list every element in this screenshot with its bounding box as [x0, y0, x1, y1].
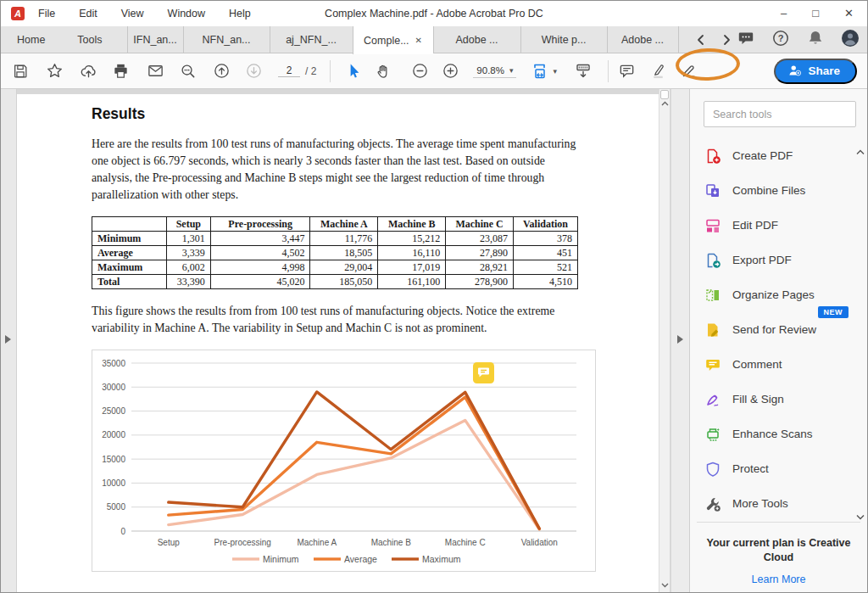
menu-help[interactable]: Help: [229, 8, 251, 20]
tool-item-enhance-scans[interactable]: Enhance Scans: [690, 417, 867, 451]
doc-paragraph-2: This figure shows the results from from …: [92, 303, 583, 337]
table-cell: 185,050: [310, 275, 378, 289]
star-favorites-icon[interactable]: [43, 60, 65, 82]
search-icon[interactable]: [176, 60, 198, 82]
svg-text:Validation: Validation: [521, 538, 558, 547]
doc-tab-label: NFN_an...: [203, 34, 251, 46]
zoom-in-icon[interactable]: [439, 60, 461, 82]
tool-item-protect[interactable]: Protect: [690, 451, 867, 486]
close-button[interactable]: ✕: [844, 1, 854, 26]
comment-tool-icon[interactable]: [615, 60, 637, 82]
fit-width-icon[interactable]: [529, 60, 551, 82]
doc-tab-6[interactable]: White p...: [520, 26, 607, 53]
results-table: SetupPre-processingMachine AMachine BMac…: [92, 216, 578, 289]
save-icon[interactable]: [9, 60, 31, 82]
tool-item-combine-files[interactable]: Combine Files: [690, 173, 867, 208]
menu-window[interactable]: Window: [168, 8, 205, 20]
next-tab-icon[interactable]: [716, 30, 737, 50]
sticky-note-annotation-icon[interactable]: [472, 361, 495, 384]
expand-tools-pane-icon[interactable]: [677, 335, 683, 344]
document-scrollbar[interactable]: [659, 89, 670, 593]
user-avatar[interactable]: [841, 29, 860, 50]
tool-label: Create PDF: [732, 149, 793, 162]
share-person-icon: [787, 64, 802, 78]
cloud-upload-icon[interactable]: [77, 60, 99, 82]
doc-tab-2[interactable]: NFN_an...: [183, 26, 270, 53]
next-page-icon[interactable]: [242, 60, 264, 82]
document-area: Results Here are the results from 100 te…: [17, 89, 670, 593]
panel-scroll-up-icon[interactable]: [856, 143, 865, 159]
table-header-cell: Setup: [166, 217, 210, 232]
maximize-button[interactable]: □: [812, 1, 819, 26]
scroll-up-icon[interactable]: [659, 101, 670, 106]
email-icon[interactable]: [144, 60, 166, 82]
protect-icon: [704, 461, 721, 478]
tool-label: Protect: [732, 462, 769, 475]
minimize-button[interactable]: –: [781, 1, 787, 26]
tool-item-send-for-review[interactable]: Send for ReviewNEW: [690, 312, 867, 347]
menu-view[interactable]: View: [121, 8, 144, 20]
tool-item-more-tools[interactable]: More Tools: [690, 486, 867, 521]
zoom-level-dropdown[interactable]: 90.8% ▾: [473, 64, 516, 78]
svg-text:15000: 15000: [102, 455, 125, 464]
print-icon[interactable]: [109, 60, 131, 82]
help-icon[interactable]: ?: [771, 29, 790, 50]
svg-text:20000: 20000: [102, 430, 125, 439]
scrollbar-thumb[interactable]: [660, 90, 669, 99]
expand-nav-pane-icon[interactable]: [5, 335, 11, 344]
table-cell: 23,087: [446, 232, 514, 246]
table-header-cell: Pre-processing: [210, 217, 310, 232]
doc-tab-7[interactable]: Adobe ...: [607, 26, 679, 53]
svg-text:10000: 10000: [102, 478, 125, 488]
share-button[interactable]: Share: [774, 59, 857, 84]
search-tools-input[interactable]: [704, 101, 856, 127]
results-line-chart: 05000100001500020000250003000035000Setup…: [92, 350, 595, 571]
doc-tab-5[interactable]: Adobe ...: [433, 26, 520, 53]
tool-item-export-pdf[interactable]: Export PDF: [690, 243, 867, 277]
fit-width-caret-icon: ▾: [553, 67, 557, 76]
sign-tool-icon[interactable]: [678, 60, 700, 82]
tool-item-edit-pdf[interactable]: Edit PDF: [690, 208, 867, 243]
page-scrolling-icon[interactable]: [572, 60, 594, 82]
learn-more-link[interactable]: Learn More: [752, 573, 806, 585]
table-cell: 6,002: [166, 260, 210, 275]
scroll-down-icon[interactable]: [659, 583, 670, 588]
doc-tab-1[interactable]: IFN_an...: [127, 26, 183, 53]
select-tool-icon[interactable]: [342, 60, 364, 82]
tab-close-icon[interactable]: ✕: [415, 36, 422, 45]
doc-tab-3[interactable]: aj_NFN_...: [270, 26, 353, 53]
highlight-tool-icon[interactable]: [647, 60, 669, 82]
page-number-input[interactable]: [278, 64, 300, 77]
previous-page-icon[interactable]: [210, 60, 232, 82]
svg-text:25000: 25000: [102, 406, 125, 416]
hand-tool-icon[interactable]: [372, 60, 394, 82]
svg-text:Setup: Setup: [158, 538, 181, 547]
tab-navigation: [691, 26, 737, 53]
notifications-bell-icon[interactable]: [806, 29, 825, 50]
doc-tab-label: aj_NFN_...: [286, 34, 337, 46]
tab-bar: Home Tools IFN_an...NFN_an...aj_NFN_...C…: [1, 26, 867, 53]
svg-text:Average: Average: [344, 554, 377, 564]
tools-list: Create PDFCombine FilesEdit PDFExport PD…: [690, 138, 867, 521]
tool-label: Comment: [732, 358, 782, 371]
share-label: Share: [808, 64, 840, 77]
doc-tab-label: Adobe ...: [456, 34, 498, 46]
svg-text:30000: 30000: [102, 383, 125, 392]
svg-text:Pre-processing: Pre-processing: [214, 538, 271, 547]
menu-file[interactable]: File: [38, 8, 55, 20]
table-cell: 521: [514, 260, 578, 275]
zoom-out-icon[interactable]: [409, 60, 431, 82]
tab-tools[interactable]: Tools: [61, 26, 118, 53]
tool-item-fill-sign[interactable]: Fill & Sign: [690, 382, 867, 417]
results-chart-frame: 05000100001500020000250003000035000Setup…: [92, 350, 596, 572]
tab-home[interactable]: Home: [1, 26, 61, 53]
doc-tab-4[interactable]: Comple...✕: [353, 26, 433, 54]
tool-label: Send for Review: [732, 323, 816, 336]
svg-text:Maximum: Maximum: [422, 554, 461, 564]
table-cell: 451: [514, 246, 578, 260]
menu-edit[interactable]: Edit: [79, 8, 97, 20]
tool-item-create-pdf[interactable]: Create PDF: [690, 138, 867, 173]
previous-tab-icon[interactable]: [691, 30, 711, 50]
tool-item-comment[interactable]: Comment: [690, 347, 867, 382]
feedback-icon[interactable]: [737, 29, 755, 50]
